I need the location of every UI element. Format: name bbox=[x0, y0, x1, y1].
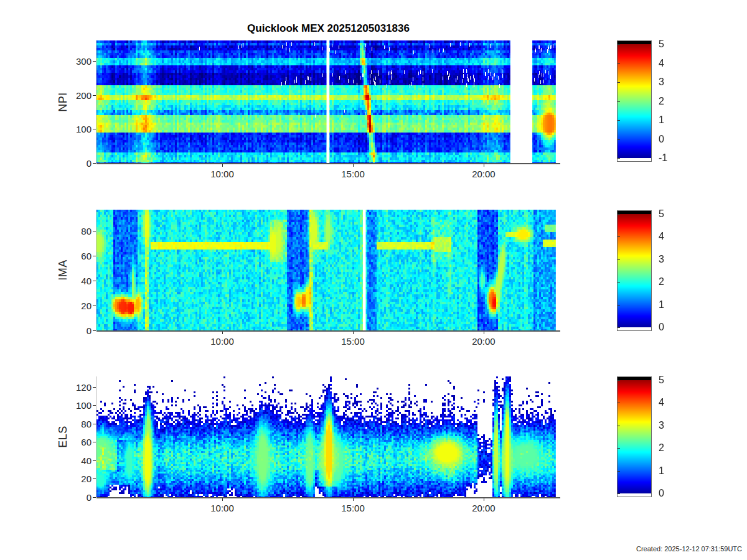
npi-colorbar-tick-label: -1 bbox=[659, 152, 667, 164]
els-colorbar-tick-label: 1 bbox=[659, 465, 664, 477]
ima-colorbar-tick bbox=[618, 305, 620, 306]
npi-x-tick bbox=[222, 164, 223, 167]
npi-y-tick bbox=[93, 129, 96, 129]
npi-colorbar-tick-label: 2 bbox=[659, 96, 664, 107]
ima-y-axis bbox=[96, 210, 96, 330]
figure-title: Quicklook MEX 20251205031836 bbox=[96, 22, 560, 35]
els-colorbar-tick bbox=[618, 471, 620, 472]
els-y-tick bbox=[93, 405, 96, 406]
npi-colorbar-tick bbox=[618, 139, 620, 140]
els-colorbar-tick bbox=[618, 426, 620, 426]
ima-y-tick bbox=[93, 306, 96, 306]
npi-y-tick bbox=[93, 61, 96, 62]
ima-colorbar-tick-label: 4 bbox=[659, 231, 664, 242]
npi-colorbar-tick-label: 1 bbox=[659, 114, 664, 126]
ima-y-tick bbox=[93, 231, 96, 231]
ima-colorbar-tick-label: 1 bbox=[659, 299, 664, 310]
ima-colorbar-tick bbox=[618, 236, 620, 237]
npi-colorbar-tick bbox=[618, 101, 620, 102]
ima-x-axis bbox=[96, 330, 560, 332]
els-y-tick bbox=[93, 497, 96, 498]
npi-y-tick-label: 300 bbox=[62, 55, 92, 66]
ima-x-tick-label: 20:00 bbox=[472, 336, 496, 347]
els-colorbar-tick-label: 4 bbox=[659, 397, 664, 408]
npi-colorbar-tick bbox=[618, 44, 620, 45]
els-colorbar-frame bbox=[617, 376, 652, 497]
ima-y-tick-label: 0 bbox=[62, 325, 92, 336]
els-y-axis bbox=[96, 376, 96, 497]
els-colorbar-tick bbox=[618, 403, 620, 403]
npi-axis-title: NPI bbox=[57, 92, 70, 112]
els-y-tick-label: 20 bbox=[62, 474, 92, 484]
els-y-tick-label: 120 bbox=[62, 381, 92, 392]
els-x-tick-label: 15:00 bbox=[341, 503, 365, 513]
ima-x-tick bbox=[222, 332, 223, 334]
els-colorbar-tick bbox=[618, 448, 620, 449]
npi-x-axis bbox=[96, 163, 560, 164]
ima-colorbar-tick-label: 3 bbox=[659, 254, 664, 265]
npi-colorbar-tick bbox=[618, 158, 620, 159]
els-x-axis bbox=[96, 497, 560, 498]
npi-colorbar-tick bbox=[618, 63, 620, 64]
els-y-tick bbox=[93, 442, 96, 442]
npi-colorbar-tick-label: 5 bbox=[659, 39, 664, 50]
npi-x-tick bbox=[484, 164, 484, 167]
ima-x-tick-label: 10:00 bbox=[210, 336, 234, 347]
els-spectrogram bbox=[96, 376, 560, 497]
els-x-tick bbox=[353, 498, 354, 501]
npi-y-axis bbox=[96, 40, 96, 163]
quicklook-figure: Quicklook MEX 20251205031836 01002003001… bbox=[0, 0, 747, 560]
els-colorbar-tick bbox=[618, 380, 620, 381]
els-colorbar-tick-label: 0 bbox=[659, 488, 664, 499]
ima-colorbar-tick bbox=[618, 327, 620, 328]
ima-y-tick bbox=[93, 281, 96, 281]
ima-x-tick bbox=[353, 332, 354, 334]
created-timestamp: Created: 2025-12-12 07:31:59UTC bbox=[636, 545, 742, 553]
els-y-tick-label: 100 bbox=[62, 400, 92, 411]
npi-colorbar-frame bbox=[617, 40, 652, 162]
els-x-tick-label: 20:00 bbox=[472, 503, 496, 513]
npi-y-tick bbox=[93, 163, 96, 164]
els-x-tick bbox=[222, 498, 223, 501]
npi-colorbar-tick bbox=[618, 82, 620, 83]
ima-colorbar-tick bbox=[618, 259, 620, 260]
els-y-tick-label: 40 bbox=[62, 455, 92, 465]
els-colorbar-tick-label: 2 bbox=[659, 442, 664, 454]
ima-y-tick bbox=[93, 330, 96, 331]
ima-colorbar-tick-label: 5 bbox=[659, 208, 664, 220]
ima-colorbar-tick bbox=[618, 214, 620, 215]
ima-spectrogram bbox=[96, 210, 560, 330]
npi-colorbar-tick bbox=[618, 120, 620, 121]
els-colorbar-tick-label: 5 bbox=[659, 375, 664, 386]
els-y-tick bbox=[93, 424, 96, 424]
npi-y-tick-label: 0 bbox=[62, 158, 92, 169]
els-x-tick bbox=[484, 498, 484, 501]
els-y-tick-label: 0 bbox=[62, 492, 92, 503]
ima-y-tick-label: 80 bbox=[62, 226, 92, 236]
ima-y-tick bbox=[93, 256, 96, 256]
npi-colorbar-tick-label: 4 bbox=[659, 58, 664, 69]
ima-y-tick-label: 20 bbox=[62, 301, 92, 311]
ima-colorbar-frame bbox=[617, 210, 652, 331]
els-y-tick bbox=[93, 460, 96, 461]
els-y-tick bbox=[93, 478, 96, 479]
ima-axis-title: IMA bbox=[57, 259, 70, 281]
npi-y-tick-label: 100 bbox=[62, 124, 92, 134]
els-colorbar-tick-label: 3 bbox=[659, 420, 664, 431]
ima-colorbar-tick bbox=[618, 282, 620, 282]
ima-colorbar-tick-label: 0 bbox=[659, 322, 664, 333]
npi-x-tick-label: 10:00 bbox=[210, 169, 234, 179]
npi-spectrogram bbox=[96, 40, 560, 163]
npi-x-tick bbox=[353, 164, 354, 167]
els-axis-title: ELS bbox=[57, 426, 70, 448]
els-y-tick bbox=[93, 387, 96, 388]
npi-colorbar-tick-label: 3 bbox=[659, 77, 664, 88]
ima-x-tick-label: 15:00 bbox=[341, 336, 365, 347]
npi-colorbar-tick-label: 0 bbox=[659, 134, 664, 145]
ima-x-tick bbox=[484, 332, 484, 334]
els-colorbar-tick bbox=[618, 493, 620, 494]
ima-colorbar-tick-label: 2 bbox=[659, 276, 664, 287]
npi-x-tick-label: 20:00 bbox=[472, 169, 496, 179]
npi-x-tick-label: 15:00 bbox=[341, 169, 365, 179]
npi-y-tick bbox=[93, 95, 96, 96]
